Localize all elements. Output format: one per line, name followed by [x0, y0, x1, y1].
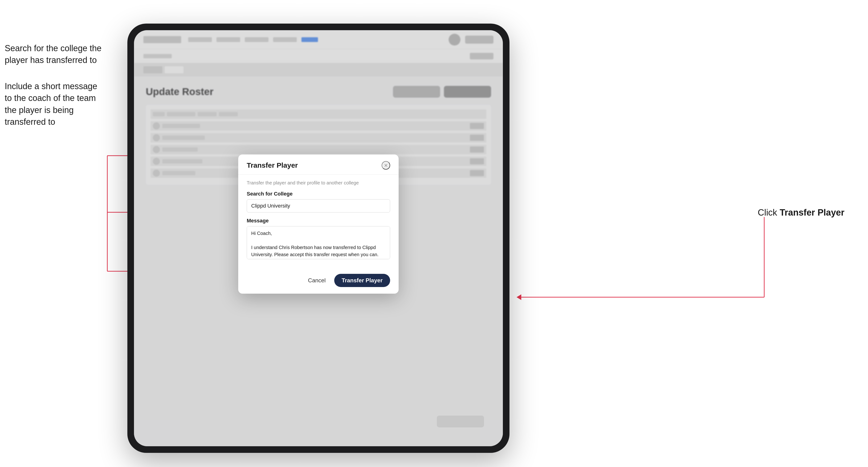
bottom-save-btn	[437, 415, 484, 427]
modal-title: Transfer Player	[247, 161, 298, 169]
search-college-label: Search for College	[247, 191, 390, 197]
transfer-player-modal: Transfer Player × Transfer the player an…	[238, 154, 399, 294]
message-textarea[interactable]: Hi Coach, I understand Chris Robertson h…	[247, 226, 390, 259]
search-college-input[interactable]	[247, 199, 390, 213]
annotation-left-container: Search for the college the player has tr…	[5, 42, 104, 128]
modal-close-button[interactable]: ×	[382, 161, 390, 169]
cancel-button[interactable]: Cancel	[303, 274, 331, 286]
annotation-right-container: Click Transfer Player	[758, 208, 845, 218]
message-label: Message	[247, 218, 390, 224]
annotation-search-text: Search for the college the player has tr…	[5, 42, 104, 66]
ipad-screen: Update Roster	[134, 30, 503, 446]
annotation-message-text: Include a short message to the coach of …	[5, 81, 104, 128]
transfer-player-button[interactable]: Transfer Player	[334, 274, 390, 287]
modal-header: Transfer Player ×	[238, 154, 399, 175]
bottom-area	[437, 415, 484, 427]
modal-subtitle: Transfer the player and their profile to…	[247, 180, 390, 186]
annotation-click-text: Click Transfer Player	[758, 208, 845, 217]
svg-marker-7	[517, 294, 521, 300]
message-group: Message Hi Coach, I understand Chris Rob…	[247, 218, 390, 260]
modal-footer: Cancel Transfer Player	[238, 270, 399, 294]
modal-body: Transfer the player and their profile to…	[238, 175, 399, 270]
ipad-frame: Update Roster	[127, 24, 509, 453]
search-college-group: Search for College	[247, 191, 390, 213]
